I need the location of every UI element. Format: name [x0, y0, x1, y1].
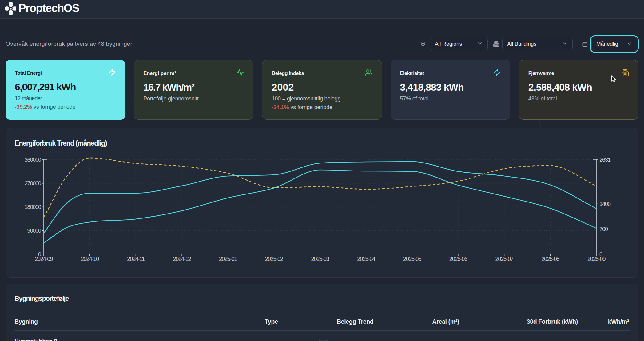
svg-text:1400: 1400: [599, 201, 611, 207]
svg-text:2024-09: 2024-09: [35, 256, 53, 262]
svg-text:2025-02: 2025-02: [265, 256, 283, 262]
svg-text:2025-03: 2025-03: [311, 256, 329, 262]
svg-text:2025-07: 2025-07: [495, 256, 513, 262]
svg-text:270000: 270000: [25, 180, 41, 186]
svg-text:2025-05: 2025-05: [403, 256, 421, 262]
svg-text:2024-10: 2024-10: [81, 256, 99, 262]
svg-text:2025-04: 2025-04: [357, 256, 375, 262]
svg-text:360000: 360000: [25, 156, 41, 163]
svg-text:2024-11: 2024-11: [127, 256, 145, 262]
svg-text:2025-08: 2025-08: [541, 256, 559, 262]
svg-text:700: 700: [599, 226, 608, 232]
svg-text:2025-01: 2025-01: [219, 256, 237, 262]
svg-text:2025-06: 2025-06: [449, 256, 467, 262]
svg-text:180000: 180000: [25, 204, 41, 210]
svg-text:2025-09: 2025-09: [587, 256, 606, 262]
svg-text:2631: 2631: [599, 156, 611, 163]
svg-text:2024-12: 2024-12: [173, 256, 191, 262]
svg-text:90000: 90000: [27, 227, 42, 234]
